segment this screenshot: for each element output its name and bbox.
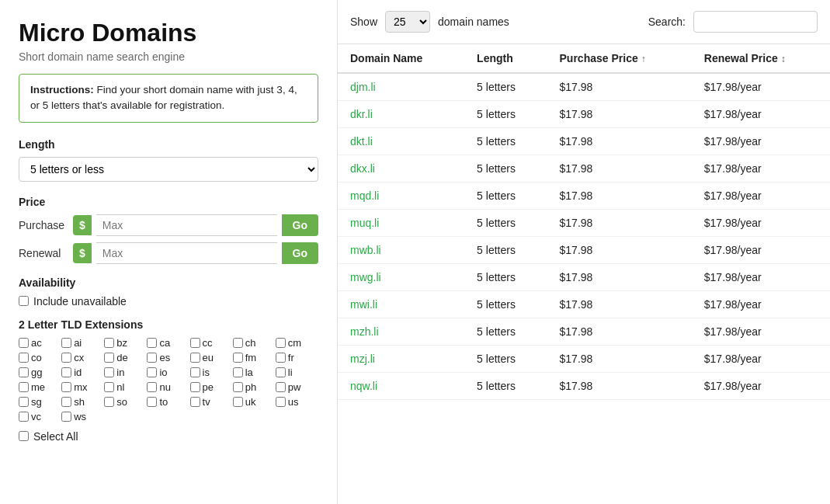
domain-link[interactable]: mzj.li (350, 353, 375, 365)
tld-item: cx (61, 352, 104, 363)
renewal-cell: $17.98/year (692, 210, 830, 237)
tld-checkbox-fm[interactable] (233, 353, 243, 363)
tld-item: co (19, 352, 61, 363)
domain-link[interactable]: mwi.li (350, 298, 377, 311)
domain-link[interactable]: mzh.li (350, 325, 379, 338)
tld-checkbox-eu[interactable] (190, 353, 200, 363)
tld-item: us (276, 396, 318, 408)
tld-label: fr (288, 352, 294, 363)
tld-checkbox-to[interactable] (147, 397, 157, 407)
purchase-cell: $17.98 (547, 182, 692, 210)
tld-label: sh (74, 396, 85, 408)
tld-checkbox-cc[interactable] (190, 338, 200, 348)
length-cell: 5 letters (464, 291, 547, 318)
renewal-cell: $17.98/year (692, 291, 830, 318)
tld-checkbox-cm[interactable] (276, 338, 286, 348)
select-all-label: Select All (33, 430, 78, 443)
tld-checkbox-cx[interactable] (61, 353, 71, 363)
domain-link[interactable]: mqd.li (350, 189, 379, 202)
renewal-cell: $17.98/year (692, 264, 830, 291)
tld-checkbox-pw[interactable] (276, 382, 286, 392)
tld-checkbox-sg[interactable] (19, 397, 29, 407)
show-select[interactable]: 102550100 (385, 11, 430, 33)
instructions-label: Instructions: (30, 84, 94, 96)
tld-checkbox-me[interactable] (19, 382, 29, 392)
domain-names-label: domain names (438, 16, 509, 28)
tld-label: eu (203, 352, 214, 363)
tld-checkbox-uk[interactable] (233, 397, 243, 407)
tld-checkbox-ws[interactable] (61, 412, 71, 422)
tld-item: ch (233, 337, 276, 349)
tld-checkbox-ch[interactable] (233, 338, 243, 348)
tld-checkbox-li[interactable] (276, 367, 286, 377)
domain-cell: djm.li (338, 73, 464, 101)
tld-checkbox-vc[interactable] (19, 412, 29, 422)
include-unavailable-checkbox[interactable] (19, 296, 29, 306)
tld-checkbox-ca[interactable] (147, 338, 157, 348)
renewal-input[interactable] (96, 242, 277, 264)
tld-label: id (74, 367, 82, 378)
domain-link[interactable]: nqw.li (350, 380, 377, 392)
tld-checkbox-ac[interactable] (19, 338, 29, 348)
tld-checkbox-es[interactable] (147, 353, 157, 363)
tld-item: tv (190, 396, 233, 408)
tld-checkbox-so[interactable] (104, 397, 114, 407)
tld-checkbox-fr[interactable] (276, 353, 286, 363)
search-input[interactable] (693, 11, 818, 33)
domain-link[interactable]: mwg.li (350, 271, 381, 283)
tld-item: uk (233, 396, 276, 408)
col-header-purchase[interactable]: Purchase Price↑ (547, 44, 692, 73)
tld-label: ch (245, 337, 256, 349)
length-cell: 5 letters (464, 373, 547, 400)
tld-checkbox-is[interactable] (190, 367, 200, 377)
tld-checkbox-ph[interactable] (233, 382, 243, 392)
tld-label: gg (31, 367, 42, 378)
tld-item: io (147, 367, 189, 378)
tld-item: la (233, 367, 276, 378)
tld-checkbox-de[interactable] (104, 353, 114, 363)
table-row: muq.li5 letters$17.98$17.98/year (338, 210, 830, 237)
domain-cell: mzj.li (338, 346, 464, 373)
tld-label: de (116, 352, 127, 363)
select-all-checkbox[interactable] (19, 431, 29, 441)
length-select[interactable]: 3 letters or less4 letters or less5 lett… (19, 157, 318, 182)
tld-checkbox-us[interactable] (276, 397, 286, 407)
tld-label: ac (31, 337, 42, 349)
instructions-box: Instructions: Find your short domain nam… (19, 74, 318, 123)
tld-label: cc (203, 337, 213, 349)
domain-cell: mzh.li (338, 318, 464, 346)
purchase-cell: $17.98 (547, 346, 692, 373)
tld-checkbox-nl[interactable] (104, 382, 114, 392)
tld-checkbox-ai[interactable] (61, 338, 71, 348)
tld-item: cc (190, 337, 233, 349)
tld-checkbox-la[interactable] (233, 367, 243, 377)
tld-checkbox-pe[interactable] (190, 382, 200, 392)
purchase-go-button[interactable]: Go (282, 214, 318, 236)
col-header-renewal[interactable]: Renewal Price↕ (692, 44, 830, 73)
domain-link[interactable]: djm.li (350, 81, 376, 93)
domain-link[interactable]: mwb.li (350, 244, 381, 256)
tld-checkbox-id[interactable] (61, 367, 71, 377)
tld-item: in (104, 367, 147, 378)
table-row: mwg.li5 letters$17.98$17.98/year (338, 264, 830, 291)
purchase-input[interactable] (96, 214, 277, 236)
purchase-cell: $17.98 (547, 210, 692, 237)
tld-checkbox-tv[interactable] (190, 397, 200, 407)
tld-checkbox-in[interactable] (104, 367, 114, 377)
renewal-dollar: $ (73, 243, 92, 263)
tld-checkbox-sh[interactable] (61, 397, 71, 407)
renewal-go-button[interactable]: Go (282, 242, 318, 264)
purchase-cell: $17.98 (547, 237, 692, 264)
tld-checkbox-mx[interactable] (61, 382, 71, 392)
tld-checkbox-bz[interactable] (104, 338, 114, 348)
domain-link[interactable]: muq.li (350, 217, 379, 229)
tld-label: ca (159, 337, 170, 349)
tld-checkbox-gg[interactable] (19, 367, 29, 377)
tld-checkbox-co[interactable] (19, 353, 29, 363)
tld-checkbox-io[interactable] (147, 367, 157, 377)
tld-label: me (31, 381, 45, 393)
domain-link[interactable]: dkr.li (350, 108, 373, 120)
domain-link[interactable]: dkx.li (350, 162, 375, 175)
domain-link[interactable]: dkt.li (350, 135, 373, 148)
tld-checkbox-nu[interactable] (147, 382, 157, 392)
